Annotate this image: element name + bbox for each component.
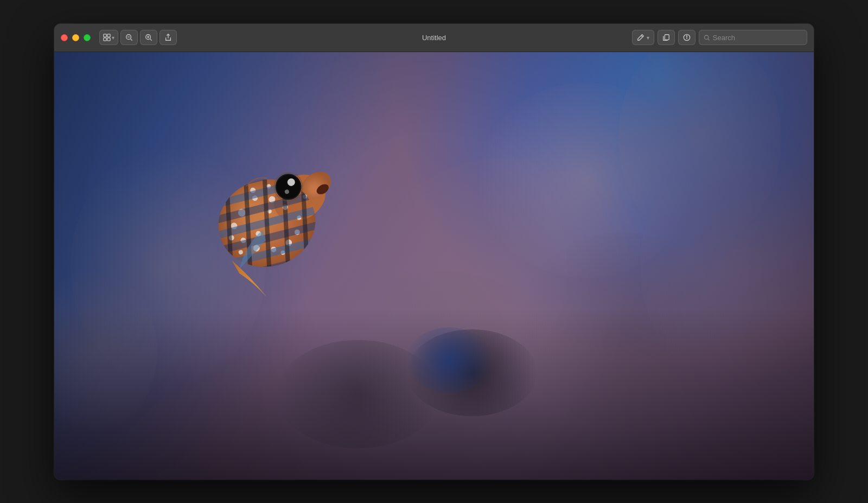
window-title: Untitled	[422, 34, 446, 42]
copy-icon	[662, 34, 670, 41]
toolbar-left: ▾	[99, 30, 177, 45]
toolbar-right: ▾	[632, 30, 807, 45]
svg-rect-2	[104, 38, 106, 41]
svg-rect-3	[107, 38, 110, 41]
view-toggle-button[interactable]: ▾	[99, 30, 118, 45]
grid-view-icon	[103, 34, 111, 41]
svg-point-16	[704, 35, 708, 39]
zoom-in-icon	[145, 34, 152, 41]
zoom-in-button[interactable]	[140, 30, 157, 45]
svg-rect-1	[107, 34, 110, 37]
image-container	[54, 52, 814, 480]
maximize-button[interactable]	[84, 34, 91, 41]
svg-rect-0	[104, 34, 106, 37]
share-button[interactable]	[159, 30, 177, 45]
info-button[interactable]	[678, 30, 695, 45]
svg-line-17	[708, 39, 710, 40]
close-button[interactable]	[61, 34, 68, 41]
pen-tool-button[interactable]: ▾	[632, 30, 654, 45]
copy-button[interactable]	[658, 30, 675, 45]
search-icon	[704, 34, 710, 41]
search-box[interactable]	[699, 30, 807, 45]
svg-rect-12	[665, 35, 669, 40]
pen-chevron-icon: ▾	[647, 35, 649, 41]
minimize-button[interactable]	[72, 34, 79, 41]
zoom-out-button[interactable]	[120, 30, 138, 45]
zoom-out-icon	[125, 34, 133, 41]
svg-point-15	[686, 36, 687, 36]
share-icon	[164, 34, 172, 41]
search-input[interactable]	[713, 34, 802, 42]
traffic-lights	[61, 34, 91, 41]
svg-line-11	[641, 36, 643, 37]
chevron-down-icon: ▾	[112, 35, 114, 41]
titlebar: ▾	[54, 24, 814, 52]
svg-line-6	[131, 39, 132, 41]
pen-icon	[637, 34, 644, 41]
fish-image	[54, 52, 814, 480]
app-window: ▾	[54, 24, 814, 480]
svg-line-10	[150, 39, 152, 41]
info-icon	[683, 34, 691, 41]
